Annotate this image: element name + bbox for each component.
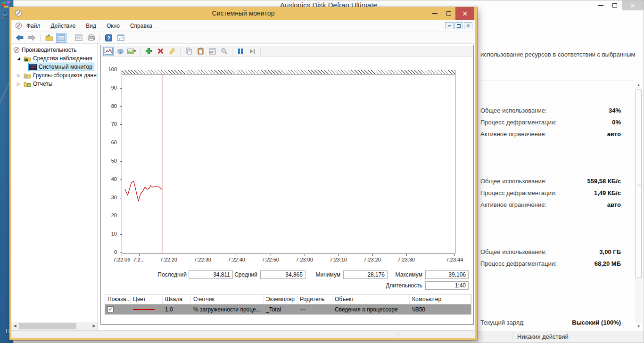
delete-counter-button[interactable]	[155, 47, 165, 56]
legend-header-row: Показа... Цвет Шкала Счетчик Экземпляр Р…	[105, 294, 471, 304]
cell-counter: % загруженности проце...	[191, 304, 264, 314]
zoom-button[interactable]	[219, 47, 229, 56]
menu-window[interactable]: Окно	[107, 23, 120, 29]
mdi-minimize-button[interactable]	[445, 22, 454, 29]
tree-item-data-collector-sets[interactable]: ▷ Группы сборщиков данн	[17, 71, 97, 80]
svg-text:?: ?	[107, 35, 110, 41]
stat-max-label: Максимум	[387, 270, 422, 279]
properties-dialog-button[interactable]	[74, 33, 84, 43]
perfmon-titlebar[interactable]: Системный монитор ✕	[11, 7, 475, 20]
freeze-display-button[interactable]	[235, 47, 246, 56]
x-tick-mark	[339, 254, 339, 256]
right-scrollbar[interactable]: ▲ ▼	[635, 82, 642, 330]
minimize-button[interactable]	[428, 7, 442, 20]
resource-usage-header: использование ресурсов в соответствии с …	[480, 51, 635, 58]
restore-button[interactable]	[608, 0, 622, 10]
scroll-up-icon[interactable]: ▲	[635, 82, 642, 89]
col-computer[interactable]: Компьютер	[410, 294, 471, 304]
stat-label: Процесс дефрагментации:	[480, 260, 557, 267]
report-view-button[interactable]	[115, 47, 125, 56]
expand-icon[interactable]: ▷	[17, 73, 22, 78]
y-tick-label: 100	[101, 66, 117, 72]
stat-min-value: 28,176	[343, 270, 388, 279]
y-tick-mark	[120, 106, 122, 107]
col-show[interactable]: Показа...	[105, 294, 131, 304]
y-tick-mark	[120, 161, 122, 162]
y-tick-mark	[120, 253, 122, 253]
col-parent[interactable]: Родитель	[297, 294, 332, 304]
menu-file[interactable]: Файл	[26, 23, 41, 29]
y-tick-label: 30	[101, 195, 117, 200]
stat-value: 0%	[612, 119, 621, 126]
col-object[interactable]: Объект	[332, 294, 410, 304]
back-button[interactable]	[14, 33, 25, 43]
x-tick-label: 7:23:44	[439, 257, 470, 262]
paste-counter-list-button[interactable]	[195, 47, 206, 56]
update-data-button[interactable]	[247, 47, 257, 56]
highlight-button[interactable]	[167, 47, 177, 56]
show-console-tree-button[interactable]	[56, 33, 66, 43]
scrollbar-thumb[interactable]	[636, 90, 642, 278]
menu-view[interactable]: Вид	[86, 23, 96, 29]
minimize-button[interactable]	[594, 0, 608, 10]
scroll-right-icon[interactable]: ▶	[91, 322, 98, 329]
tree-horizontal-scrollbar[interactable]: ◀ ▶	[11, 322, 98, 330]
console-icon	[15, 22, 22, 29]
line-chart-view-button[interactable]	[103, 47, 114, 56]
status-text: Никаких действий	[517, 333, 569, 340]
stat-label: Общее использование:	[480, 107, 547, 114]
desktop-icon-label-top[interactable]: Д	[3, 11, 7, 18]
scroll-down-icon[interactable]: ▼	[635, 323, 642, 330]
col-color[interactable]: Цвет	[131, 294, 163, 304]
col-scale[interactable]: Шкала	[163, 294, 191, 304]
cell-instance: _Total	[264, 304, 297, 314]
close-button[interactable]: ✕	[455, 7, 474, 20]
tree-item-system-monitor[interactable]: Системный монитор	[28, 63, 94, 71]
stat-label: Общее использование:	[480, 248, 547, 255]
copy-properties-button[interactable]	[183, 47, 194, 56]
mdi-restore-button[interactable]	[454, 22, 463, 29]
tree-item-monitoring-tools[interactable]: ◢ Средства наблюдения	[17, 54, 92, 63]
stat-label: Текущий заряд:	[480, 319, 525, 326]
forward-button[interactable]	[26, 33, 37, 43]
add-counter-button[interactable]	[143, 47, 154, 56]
stat-duration-label: Длительность	[365, 281, 422, 290]
panel-divider	[479, 81, 634, 81]
y-tick-mark	[120, 70, 122, 70]
x-tick-mark	[305, 254, 305, 256]
menu-help[interactable]: Справка	[130, 23, 152, 29]
col-instance[interactable]: Экземпляр	[264, 294, 297, 304]
expand-icon[interactable]: ▷	[17, 82, 22, 86]
y-tick-label: 40	[101, 176, 117, 182]
x-tick-mark	[406, 254, 407, 256]
new-window-button[interactable]	[116, 33, 126, 43]
scrollbar-thumb[interactable]	[19, 323, 76, 329]
chart-plot-svg	[122, 70, 455, 253]
mdi-close-button[interactable]: ✕	[464, 22, 472, 29]
x-tick-mark	[122, 254, 122, 256]
cell-scale: 1,0	[163, 304, 191, 314]
scroll-left-icon[interactable]: ◀	[11, 322, 18, 329]
chart-type-button[interactable]: ▼	[127, 47, 137, 56]
help-button[interactable]: ?	[103, 33, 114, 43]
counter-row[interactable]: ✓ 1,0 % загруженности проце... _Total --…	[105, 304, 471, 314]
perfmon-main-area: Производительность ◢ Средства наблюдения…	[11, 44, 475, 330]
col-counter[interactable]: Счетчик	[191, 294, 264, 304]
tree-item-reports[interactable]: ▷ Отчеты	[17, 80, 52, 88]
y-tick-label: 90	[101, 85, 117, 90]
maximize-button[interactable]	[442, 7, 455, 20]
menu-action[interactable]: Действие	[51, 23, 76, 29]
y-tick-mark	[120, 88, 122, 89]
close-button[interactable]: ✕	[622, 0, 644, 10]
x-tick-mark	[454, 254, 455, 256]
x-tick-mark	[237, 254, 237, 256]
stat-avg-label: Средний	[220, 270, 257, 279]
collapse-icon[interactable]: ◢	[17, 56, 22, 61]
export-folder-button[interactable]	[44, 33, 54, 43]
print-button[interactable]	[86, 33, 96, 43]
x-tick-label: 7:22:50	[255, 257, 286, 262]
counter-legend-table: Показа... Цвет Шкала Счетчик Экземпляр Р…	[105, 294, 471, 315]
tree-item-performance[interactable]: Производительность	[13, 46, 76, 54]
show-counter-checkbox[interactable]: ✓	[107, 306, 114, 312]
properties-button[interactable]	[207, 47, 217, 56]
